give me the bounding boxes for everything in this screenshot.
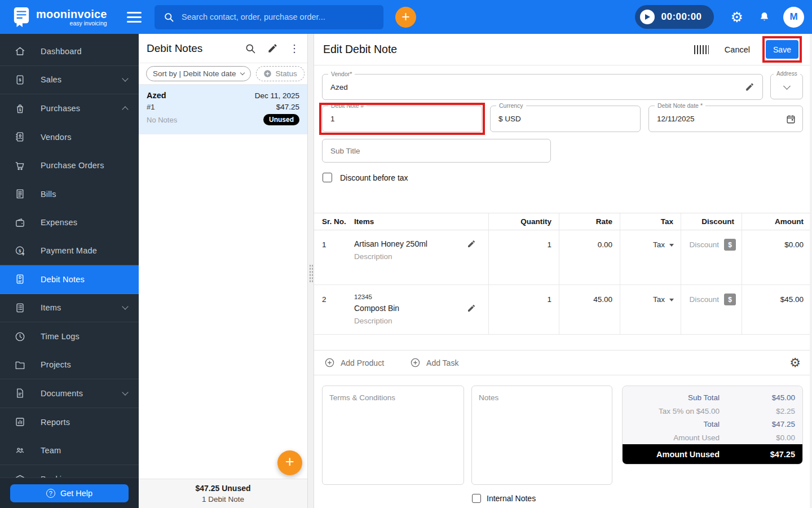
- status-filter-pill[interactable]: Status: [256, 66, 304, 81]
- menu-icon[interactable]: [127, 12, 142, 23]
- sidebar-item-label: Dashboard: [41, 47, 82, 56]
- add-task-button[interactable]: Add Task: [410, 357, 458, 368]
- item-quantity[interactable]: 1: [488, 285, 559, 334]
- chevron-down-icon: [122, 304, 128, 310]
- sidebar-item-label: Payment Made: [41, 246, 97, 255]
- debit-note-number-value: 1: [323, 106, 482, 132]
- serial-number: 2: [314, 285, 349, 334]
- sidebar-item-banking[interactable]: Banking: [0, 465, 139, 478]
- discount-before-tax-label: Discount before tax: [340, 173, 408, 182]
- page-title: Edit Debit Note: [323, 43, 397, 56]
- column-header-quantity: Quantity: [488, 213, 559, 230]
- sidebar-item-sales[interactable]: $Sales: [0, 66, 139, 95]
- item-code: 12345: [354, 292, 478, 300]
- list-search-icon[interactable]: [245, 43, 256, 54]
- sort-by-pill[interactable]: Sort by | Debit Note date: [146, 66, 251, 81]
- save-button[interactable]: Save: [766, 40, 798, 59]
- search-placeholder: Search contact, order, purchase order...: [182, 12, 325, 21]
- tax-dropdown[interactable]: Tax: [620, 230, 681, 284]
- settings-gear-icon[interactable]: ⚙: [731, 10, 743, 24]
- edit-item-pencil-icon[interactable]: [467, 239, 476, 248]
- sidebar-item-documents[interactable]: Documents: [0, 379, 139, 408]
- discount-type-dollar-button[interactable]: $: [724, 239, 736, 251]
- items-table-body: 1Artisan Honey 250mlDescription10.00TaxD…: [314, 230, 812, 335]
- discount-type-dollar-button[interactable]: $: [724, 294, 736, 305]
- vendor-field[interactable]: Vendor* Azed: [322, 74, 763, 100]
- currency-field[interactable]: Currency $ USD: [490, 106, 641, 132]
- panel-resize-handle[interactable]: [307, 34, 314, 508]
- add-debit-note-fab[interactable]: +: [277, 450, 302, 475]
- barcode-scan-icon[interactable]: [694, 45, 709, 54]
- sidebar-item-dashboard[interactable]: Dashboard: [0, 37, 139, 66]
- calendar-icon[interactable]: [785, 113, 796, 124]
- item-cell[interactable]: Artisan Honey 250mlDescription: [349, 230, 488, 284]
- currency-label: Currency: [496, 102, 526, 109]
- item-cell[interactable]: 12345Compost BinDescription: [349, 285, 488, 334]
- sidebar-item-vendors[interactable]: Vendors: [0, 123, 139, 152]
- item-rate[interactable]: 45.00: [559, 285, 620, 334]
- brand-name: mooninvoice: [36, 8, 107, 20]
- totals-row-total: Total$47.25: [623, 418, 802, 431]
- item-quantity[interactable]: 1: [488, 230, 559, 284]
- item-name: Compost Bin: [354, 304, 399, 313]
- sidebar-item-projects[interactable]: Projects: [0, 351, 139, 380]
- svg-text:$: $: [18, 248, 21, 253]
- global-search-input[interactable]: Search contact, order, purchase order...: [155, 5, 383, 29]
- quick-add-button[interactable]: +: [395, 7, 416, 28]
- discount-cell[interactable]: Discount$: [681, 285, 742, 334]
- sidebar-item-debit-notes[interactable]: DDebit Notes: [0, 265, 139, 294]
- sidebar-item-payment-made[interactable]: $Payment Made: [0, 237, 139, 266]
- column-header-tax: Tax: [620, 213, 681, 230]
- grip-dots-icon: [309, 264, 313, 283]
- get-help-button[interactable]: ? Get Help: [10, 484, 129, 502]
- user-avatar[interactable]: M: [783, 7, 804, 28]
- internal-notes-checkbox[interactable]: [472, 494, 481, 503]
- brand-logo[interactable]: mooninvoice easy invoicing: [12, 6, 115, 28]
- add-product-button[interactable]: Add Product: [324, 357, 384, 368]
- sidebar-item-label: Time Logs: [41, 332, 80, 341]
- more-options-icon[interactable]: ⋮: [289, 43, 299, 54]
- sidebar-item-label: Bills: [41, 190, 56, 199]
- sidebar-item-team[interactable]: Team: [0, 436, 139, 465]
- subtitle-field[interactable]: Sub Title: [322, 139, 551, 163]
- totals-row-tax-5-on-45-00: Tax 5% on $45.00$2.25: [623, 405, 802, 418]
- debit-note-list-item[interactable]: Azed Dec 11, 2025 #1 $47.25 No Notes Unu…: [139, 85, 307, 134]
- terms-conditions-textarea[interactable]: Terms & Conditions: [322, 386, 464, 485]
- sidebar-item-purchase-orders[interactable]: Purchase Orders: [0, 151, 139, 180]
- timer-value: 00:00:00: [661, 11, 702, 23]
- debit-note-number-field[interactable]: Debit Note # 1: [322, 106, 482, 132]
- main-scrollbar[interactable]: [810, 34, 812, 508]
- cancel-button[interactable]: Cancel: [725, 45, 750, 54]
- item-rate[interactable]: 0.00: [559, 230, 620, 284]
- discount-cell[interactable]: Discount$: [681, 230, 742, 284]
- debit-note-date-field[interactable]: Debit Note date * 12/11/2025: [648, 106, 803, 132]
- notifications-bell-icon[interactable]: [758, 11, 770, 23]
- doc-icon: [14, 387, 26, 400]
- sidebar-item-reports[interactable]: Reports: [0, 408, 139, 437]
- edit-item-pencil-icon[interactable]: [467, 304, 476, 313]
- edit-debit-note-panel: Edit Debit Note Cancel Save Vendor* Azed: [314, 34, 812, 508]
- sidebar-item-expenses[interactable]: Expenses: [0, 208, 139, 237]
- column-header-sr-no-: Sr. No.: [314, 213, 349, 230]
- tax-dropdown[interactable]: Tax: [620, 285, 681, 334]
- discount-before-tax-checkbox[interactable]: [323, 173, 332, 182]
- list-panel-header: Debit Notes ⋮: [139, 34, 307, 63]
- column-header-items: Items: [349, 213, 488, 230]
- item-row-2: 212345Compost BinDescription145.00TaxDis…: [314, 285, 812, 335]
- time-tracker[interactable]: 00:00:00: [635, 5, 714, 29]
- new-debit-note-pencil-icon[interactable]: [267, 43, 278, 54]
- sidebar-item-time-logs[interactable]: Time Logs: [0, 322, 139, 351]
- currency-value: $ USD: [491, 106, 640, 132]
- notes-textarea[interactable]: Notes: [471, 386, 612, 485]
- column-header-amount: Amount: [742, 213, 812, 230]
- item-description-placeholder[interactable]: Description: [354, 252, 478, 261]
- sidebar-item-items[interactable]: Items: [0, 294, 139, 323]
- entry-notes: No Notes: [147, 116, 177, 124]
- sidebar-item-purchases[interactable]: $Purchases: [0, 94, 139, 123]
- item-description-placeholder[interactable]: Description: [354, 317, 478, 325]
- edit-vendor-pencil-icon[interactable]: [745, 82, 754, 92]
- table-settings-gear-icon[interactable]: ⚙: [789, 357, 801, 369]
- address-dropdown[interactable]: Address: [770, 74, 803, 99]
- sidebar-item-bills[interactable]: Bills: [0, 180, 139, 209]
- play-icon[interactable]: [640, 10, 655, 24]
